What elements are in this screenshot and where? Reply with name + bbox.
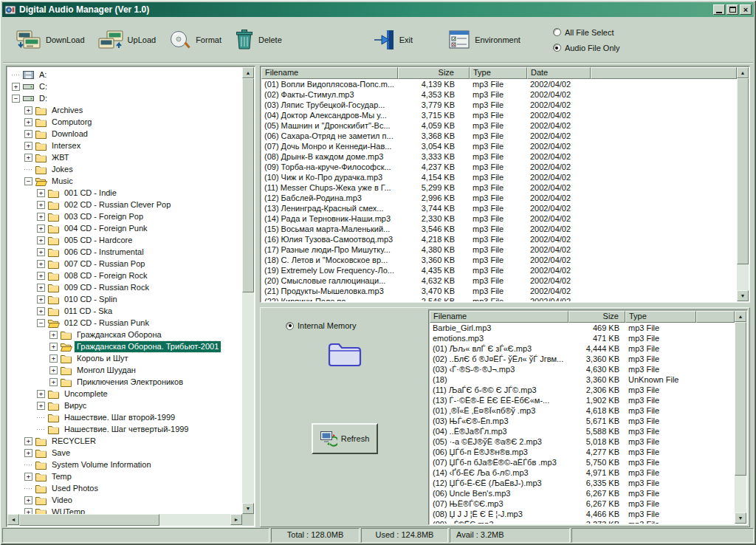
file-row[interactable]: (03) Ляпис Трубецкой-Государ...3,779 KBm… — [261, 100, 737, 110]
scrollbar-thumb[interactable] — [735, 322, 746, 476]
expand-toggle-icon[interactable]: + — [37, 189, 45, 197]
expand-toggle-icon[interactable]: + — [49, 331, 58, 339]
tree-item[interactable]: +Video — [7, 494, 242, 506]
expand-toggle-icon[interactable]: + — [24, 496, 32, 504]
expand-toggle-icon[interactable]: + — [37, 402, 45, 410]
collapse-toggle-icon[interactable]: − — [37, 319, 45, 327]
expand-toggle-icon[interactable]: + — [37, 390, 45, 398]
file-row[interactable]: (09) Торба-на-круче-Философск...4,237 KB… — [261, 162, 737, 172]
file-row[interactable]: (05) ·-а ©ЁЈ®ўЁ ®а®Є 2.mp35,018 KBmp3 Fi… — [430, 436, 735, 447]
scrollbar-track[interactable] — [242, 78, 254, 503]
scrollbar-track[interactable] — [19, 514, 230, 526]
tree-item[interactable]: Нашествие. Шаг второй-1999 — [7, 411, 242, 423]
tree-item[interactable]: +009 CD - Russian Rock — [7, 281, 242, 293]
tree-item[interactable]: Нашествие. Шаг четвертый-1999 — [7, 423, 242, 435]
expand-toggle-icon[interactable]: + — [37, 307, 45, 315]
file-row[interactable]: (03) ЊЃ«Є®-Ёп.mp35,671 KBmp3 File — [430, 416, 735, 426]
file-row[interactable]: (11) ЉаЃЄ б-®© Є ЈЃ©.mp32,306 KBmp3 File — [430, 385, 735, 395]
file-row[interactable]: (18)3,360 KBUnKnown File — [430, 374, 735, 385]
tree-item[interactable]: +Король и Шут — [7, 352, 242, 364]
tree-item[interactable]: +Гражданская Оборона — [7, 329, 242, 340]
file-row[interactable]: (10) Чиж и Ко-Про дурачка.mp34,154 KBmp3… — [261, 172, 737, 182]
file-row[interactable]: (12) ЏЃб-Ё-ЄЁ (ЉаЁвЈ-).mp36,335 KBmp3 Fi… — [430, 478, 735, 488]
file-row[interactable]: (07) Дочь Монро и Кеннеди-Нав...3,054 KB… — [261, 141, 737, 151]
file-row[interactable]: (06) Uncle Ben's.mp36,267 KBmp3 File — [430, 488, 735, 498]
tree-item[interactable]: +Монгол Шуудан — [7, 364, 242, 376]
file-row[interactable]: emotions.mp3471 KBmp3 File — [430, 333, 735, 343]
tree-item[interactable]: +Download — [7, 128, 242, 140]
expand-toggle-icon[interactable]: + — [49, 366, 58, 374]
file-row[interactable]: (13) Ленинград-Красный смех...3,744 KBmp… — [261, 203, 737, 213]
file-row[interactable]: Barbie_Girl.mp3469 KBmp3 File — [430, 323, 735, 333]
upload-button[interactable]: UpLoad — [95, 27, 159, 52]
scroll-up-icon[interactable]: ▲ — [242, 67, 254, 78]
expand-toggle-icon[interactable]: + — [37, 295, 45, 304]
tree-item[interactable]: +004 CD - Foreign Punk — [7, 222, 242, 234]
tree-item[interactable]: A: — [7, 69, 242, 80]
close-button[interactable]: × — [740, 4, 752, 15]
file-row[interactable]: (17) Разные люди-Про Мишутку...4,380 KBm… — [261, 244, 737, 255]
scrollbar-thumb[interactable] — [19, 514, 159, 526]
file-row[interactable]: (13) Ѓ-·©Ё®-Ё ЁЄ ЁЁ-ЁбЄ«м-...1,902 KBmp3… — [430, 395, 735, 405]
tree-item[interactable]: +001 CD - Indie — [7, 187, 242, 199]
tree-item[interactable]: +Приключения Электроников — [7, 376, 242, 388]
scrollbar-track[interactable] — [737, 78, 749, 290]
file-row[interactable]: (15) Восьмая марта-Маленький...3,546 KBm… — [261, 224, 737, 234]
file-row[interactable]: (07) ЏЃб-п бЈа®Ё®©-аЁЃбв .mp35,750 KBmp3… — [430, 457, 735, 467]
tree-item[interactable]: +C: — [7, 80, 242, 92]
column-header-size[interactable]: Size — [398, 67, 470, 79]
expand-toggle-icon[interactable]: + — [37, 260, 45, 268]
file-row[interactable]: (08) Џ J J ¦Ё Є Ё ¦-Ј.mp34,466 KBmp3 Fil… — [430, 509, 735, 519]
expand-toggle-icon[interactable]: + — [37, 236, 45, 244]
maximize-button[interactable] — [726, 4, 738, 15]
tree-item[interactable]: +Temp — [7, 470, 242, 482]
expand-toggle-icon[interactable]: + — [37, 248, 45, 256]
file-row[interactable]: (05) Машнин и "Дронскибит"-Вс...4,059 KB… — [261, 120, 737, 131]
file-row[interactable]: (14) Рада и Терновник-Наши.mp32,330 KBmp… — [261, 213, 737, 224]
tree-item[interactable]: +011 CD - Ska — [7, 305, 242, 317]
file-row[interactable]: (08) Дрынк-В каждом доме.mp33,333 KBmp3 … — [261, 151, 737, 162]
exit-button[interactable]: Exit — [370, 27, 416, 52]
file-row[interactable]: (19) Extremely Low Frequency-Ло...4,435 … — [261, 265, 737, 275]
tree-item[interactable]: −D: — [7, 92, 242, 104]
expand-toggle-icon[interactable]: + — [24, 508, 32, 515]
column-header-type[interactable]: Type — [470, 67, 527, 79]
file-row[interactable]: (09) ..Ѓ©ЁЄ.mp33,273 KBmp3 File — [430, 519, 735, 524]
tree-item[interactable]: +Save — [7, 447, 242, 459]
tree-vertical-scrollbar[interactable]: ▲ ▼ — [242, 67, 254, 514]
tree-item[interactable]: +010 CD - Splin — [7, 293, 242, 305]
scroll-down-icon[interactable]: ▼ — [735, 513, 746, 524]
tree-item[interactable]: +RECYCLER — [7, 435, 242, 447]
scrollbar-track[interactable] — [735, 322, 746, 513]
file-row[interactable]: (07) ЊЁ®Ѓ©Є.mp36,267 KBmp3 File — [430, 498, 735, 509]
tree-item[interactable]: Jokes — [7, 163, 242, 175]
expand-toggle-icon[interactable]: + — [24, 106, 32, 114]
refresh-button[interactable]: Refresh — [312, 423, 378, 454]
tree-item[interactable]: −012 CD - Russian Punk — [7, 317, 242, 329]
tree-item[interactable]: +005 CD - Hardcore — [7, 234, 242, 246]
expand-toggle-icon[interactable]: + — [49, 343, 58, 351]
file-row[interactable]: (06) Сахара-Отряд не заметил п...3,368 K… — [261, 131, 737, 141]
column-header-type[interactable]: Type — [625, 311, 696, 323]
tree-item[interactable]: Used Photos — [7, 482, 242, 494]
column-header-filename[interactable]: Filename — [261, 67, 398, 79]
tree-item[interactable]: +007 CD - Russian Pop — [7, 258, 242, 270]
file-row[interactable]: (01) Вопли Видоплясова-Попс.m...4,139 KB… — [261, 79, 737, 89]
expand-toggle-icon[interactable]: + — [12, 83, 20, 91]
tree-item[interactable]: +Archives — [7, 104, 242, 116]
scroll-left-icon[interactable]: ◄ — [7, 514, 19, 525]
expand-toggle-icon[interactable]: + — [49, 354, 58, 363]
scroll-up-icon[interactable]: ▲ — [737, 67, 749, 78]
download-button[interactable]: DownLoad — [13, 27, 88, 52]
file-row[interactable]: (20) Смысловые галлюцинаци...4,632 KBmp3… — [261, 275, 737, 286]
expand-toggle-icon[interactable]: + — [49, 378, 58, 386]
expand-toggle-icon[interactable]: + — [24, 130, 32, 138]
column-header-date[interactable]: Date — [527, 67, 591, 79]
file-row[interactable]: (01) ‚®Ї«Ё ‚Ё¤®Ї«пб®ў .mp34,618 KBmp3 Fi… — [430, 405, 735, 416]
file-row[interactable]: (18) С. Летов и "Московское вр...3,360 K… — [261, 255, 737, 265]
file-row[interactable]: (06) ЏЃб-п Ё®Ј®н®в.mp34,277 KBmp3 File — [430, 447, 735, 457]
file-row[interactable]: (14) ‹Ґб-ЁЄ Ља б-л©.mp34,971 KBmp3 File — [430, 467, 735, 478]
expand-toggle-icon[interactable]: + — [24, 118, 32, 126]
column-header-size[interactable]: Size — [568, 311, 625, 323]
file-row[interactable]: (21) Продукты-Мышеловка.mp33,470 KBmp3 F… — [261, 286, 737, 296]
